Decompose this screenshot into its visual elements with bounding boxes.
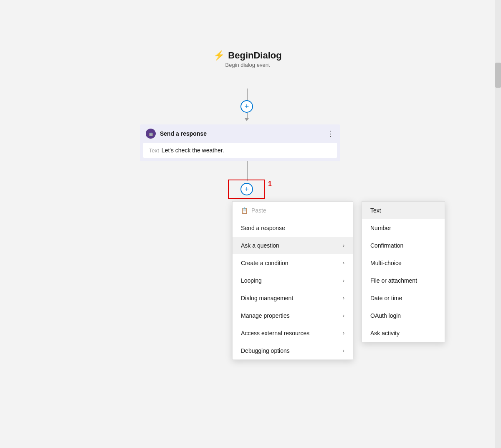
response-body-text: Let's check the weather.: [162, 147, 224, 154]
response-icon: 🤖: [146, 129, 156, 139]
dialog-management-label: Dialog management: [241, 295, 293, 301]
response-card-title: Send a response: [160, 130, 207, 137]
menu-item-manage-properties[interactable]: Manage properties ›: [233, 307, 353, 324]
begin-dialog-subtitle: Begin dialog event: [225, 62, 270, 68]
submenu-number-label: Number: [370, 225, 391, 231]
response-card-header: 🤖 Send a response ⋮: [140, 124, 340, 143]
submenu-item-date-time[interactable]: Date or time: [362, 289, 445, 307]
menu-item-looping[interactable]: Looping ›: [233, 272, 353, 289]
begin-dialog-header: ⚡ BeginDialog Begin dialog event: [213, 50, 281, 68]
menu-item-dialog-management[interactable]: Dialog management ›: [233, 289, 353, 307]
submenu-item-text[interactable]: Text: [362, 202, 445, 219]
canvas: ⚡ BeginDialog Begin dialog event + 🤖: [0, 0, 501, 448]
access-external-chevron: ›: [343, 330, 344, 336]
create-condition-chevron: ›: [343, 260, 344, 266]
paste-icon: 📋: [241, 207, 248, 214]
submenu-oauth-login-label: OAuth login: [370, 312, 401, 319]
manage-properties-chevron: ›: [343, 313, 344, 319]
dialog-management-chevron: ›: [343, 295, 344, 301]
submenu-ask-activity-label: Ask activity: [370, 330, 400, 337]
manage-properties-label: Manage properties: [241, 312, 290, 319]
submenu-multi-choice-label: Multi-choice: [370, 260, 402, 266]
submenu-item-file-attachment[interactable]: File or attachment: [362, 272, 445, 289]
submenu: Text Number Confirmation Multi-choice Fi…: [362, 201, 445, 342]
create-condition-label: Create a condition: [241, 260, 288, 266]
connector-3: [247, 161, 248, 181]
menu-item-create-condition[interactable]: Create a condition ›: [233, 254, 353, 272]
send-response-label: Send a response: [241, 225, 285, 231]
scrollbar-track[interactable]: [495, 0, 501, 448]
submenu-text-label: Text: [370, 207, 381, 214]
response-menu-button[interactable]: ⋮: [327, 130, 334, 137]
looping-chevron: ›: [343, 278, 344, 283]
bottom-add-icon: +: [245, 185, 249, 194]
submenu-confirmation-label: Confirmation: [370, 242, 403, 249]
begin-dialog-title: ⚡ BeginDialog: [213, 50, 281, 61]
top-add-icon: +: [245, 102, 249, 111]
annotation-1: 1: [268, 180, 272, 188]
looping-label: Looping: [241, 277, 262, 284]
response-card-body: TextLet's check the weather.: [143, 143, 337, 158]
submenu-item-multi-choice[interactable]: Multi-choice: [362, 254, 445, 272]
submenu-item-ask-activity[interactable]: Ask activity: [362, 324, 445, 342]
bottom-add-button[interactable]: +: [240, 183, 253, 195]
menu-item-access-external[interactable]: Access external resources ›: [233, 324, 353, 342]
response-card-header-left: 🤖 Send a response: [146, 129, 207, 139]
submenu-date-time-label: Date or time: [370, 295, 402, 301]
connector-1: [247, 89, 248, 101]
connector-2: [247, 113, 248, 119]
debugging-label: Debugging options: [241, 347, 290, 354]
debugging-chevron: ›: [343, 348, 344, 354]
menu-item-debugging[interactable]: Debugging options ›: [233, 342, 353, 359]
paste-label: Paste: [251, 207, 266, 214]
scrollbar-thumb[interactable]: [495, 63, 501, 88]
ask-question-chevron: ›: [343, 243, 344, 248]
submenu-item-confirmation[interactable]: Confirmation: [362, 237, 445, 254]
access-external-label: Access external resources: [241, 330, 309, 337]
flow-area: ⚡ BeginDialog Begin dialog event + 🤖: [0, 0, 495, 448]
dropdown-menu: 📋 Paste Send a response 2 Ask a question…: [232, 201, 353, 360]
svg-text:🤖: 🤖: [149, 132, 154, 137]
menu-item-ask-question[interactable]: Ask a question ›: [233, 237, 353, 254]
menu-item-send-response[interactable]: Send a response: [233, 219, 353, 237]
submenu-item-oauth-login[interactable]: OAuth login: [362, 307, 445, 324]
submenu-file-attachment-label: File or attachment: [370, 277, 417, 284]
response-card: 🤖 Send a response ⋮ TextLet's check the …: [140, 124, 340, 161]
submenu-item-number[interactable]: Number: [362, 219, 445, 237]
arrow-1: [245, 118, 249, 121]
response-body-label: Text: [149, 147, 159, 154]
ask-question-label: Ask a question: [241, 242, 279, 249]
top-add-button[interactable]: +: [240, 100, 253, 113]
lightning-icon: ⚡: [213, 50, 225, 61]
menu-item-paste[interactable]: 📋 Paste: [233, 202, 353, 219]
begin-dialog-label: BeginDialog: [228, 50, 281, 61]
